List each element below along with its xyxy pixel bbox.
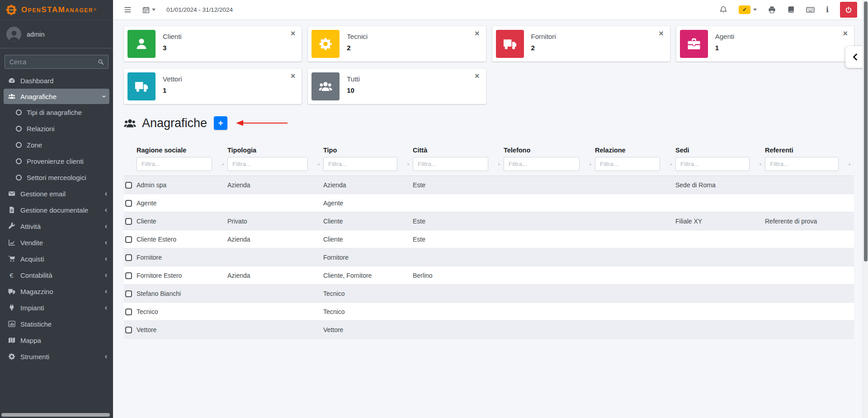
table-row-cliente-estero[interactable]: Cliente EsteroAziendaClienteEste xyxy=(124,230,854,248)
vertical-scrollbar[interactable] xyxy=(863,0,868,418)
row-checkbox[interactable] xyxy=(125,200,132,207)
sidebar-item-acquisti[interactable]: Acquisti‹ xyxy=(0,251,113,267)
sidebar-subitem-zone[interactable]: Zone xyxy=(0,137,113,153)
sidebar-item-attivita[interactable]: Attività‹ xyxy=(0,218,113,234)
column-filter xyxy=(675,157,760,171)
stat-card-vettori[interactable]: Vettori1× xyxy=(124,69,302,104)
filter-input-citta[interactable] xyxy=(413,157,488,171)
close-icon[interactable]: × xyxy=(475,29,480,38)
bell-icon[interactable] xyxy=(719,6,727,14)
row-checkbox[interactable] xyxy=(125,327,132,333)
table-row-fornitore[interactable]: FornitoreFornitore xyxy=(124,248,854,266)
row-checkbox[interactable] xyxy=(125,236,132,243)
column-header-label[interactable]: Tipologia xyxy=(227,147,319,154)
column-header-label[interactable]: Telefono xyxy=(504,147,590,154)
sort-asc-icon[interactable]: ▲ xyxy=(317,162,321,166)
filter-input-telefono[interactable] xyxy=(504,157,580,171)
info-icon[interactable]: i xyxy=(826,5,829,14)
column-header-label[interactable]: Ragione sociale xyxy=(137,147,223,154)
sidebar-item-anagrafiche[interactable]: Anagrafiche‹ xyxy=(4,89,109,104)
stat-card-tutti[interactable]: Tutti10× xyxy=(308,69,486,104)
stat-card-clienti[interactable]: Clienti3× xyxy=(124,26,302,62)
sidebar-item-gestione-email[interactable]: Gestione email‹ xyxy=(0,185,113,202)
sidebar-subitem-relazioni[interactable]: Relazioni xyxy=(0,120,113,137)
sort-asc-icon[interactable]: ▲ xyxy=(221,162,225,166)
hamburger-menu-icon[interactable] xyxy=(124,6,132,14)
sidebar-item-vendite[interactable]: Vendite‹ xyxy=(0,234,113,251)
row-checkbox[interactable] xyxy=(125,254,132,261)
keyboard-shortcuts-icon[interactable] xyxy=(806,5,815,14)
sort-asc-icon[interactable]: ▲ xyxy=(497,162,501,166)
add-record-button[interactable]: + xyxy=(214,116,227,130)
sort-asc-icon[interactable]: ▲ xyxy=(669,162,673,166)
sidebar-item-statistiche[interactable]: Statistiche xyxy=(0,316,113,332)
user-name[interactable]: admin xyxy=(27,31,45,38)
search-button[interactable] xyxy=(94,55,108,69)
filter-input-sedi[interactable] xyxy=(675,157,750,171)
column-header-label[interactable]: Referenti xyxy=(765,147,849,154)
daterange-label[interactable]: 01/01/2024 - 31/12/2024 xyxy=(166,6,233,13)
sort-asc-icon[interactable]: ▲ xyxy=(759,162,762,166)
close-icon[interactable]: × xyxy=(475,72,480,80)
navbar-left: 01/01/2024 - 31/12/2024 xyxy=(124,6,233,14)
search-input[interactable] xyxy=(5,55,94,69)
stat-card-agenti[interactable]: Agenti1× xyxy=(676,26,854,62)
sort-asc-icon[interactable]: ▲ xyxy=(406,162,410,166)
sidebar-item-impianti[interactable]: Impianti‹ xyxy=(0,299,113,316)
docs-book-icon[interactable] xyxy=(787,6,795,14)
sidebar-item-strumenti[interactable]: Strumenti‹ xyxy=(0,348,113,365)
stat-card-tecnici[interactable]: Tecnici2× xyxy=(308,26,486,62)
daterange-picker-toggle[interactable] xyxy=(142,6,156,14)
stat-card-body: Clienti3 xyxy=(163,30,182,58)
filter-input-relazione[interactable] xyxy=(595,157,660,171)
sort-asc-icon[interactable]: ▲ xyxy=(848,162,851,166)
horizontal-scrollbar[interactable] xyxy=(1,413,110,417)
vertical-scrollbar-thumb[interactable] xyxy=(864,1,868,261)
table-row-agente[interactable]: AgenteAgente xyxy=(124,194,854,212)
table-row-cliente[interactable]: ClientePrivatoClienteEsteFiliale XYRefer… xyxy=(124,212,854,230)
column-header-label[interactable]: Sedi xyxy=(675,147,760,154)
table-row-vettore[interactable]: VettoreVettore xyxy=(124,321,854,339)
filter-input-referenti[interactable] xyxy=(765,157,839,171)
row-checkbox[interactable] xyxy=(125,218,132,225)
sidebar-subitem-settori-merceologici[interactable]: Settori merceologici xyxy=(0,169,113,185)
row-checkbox[interactable] xyxy=(125,309,132,315)
row-checkbox[interactable] xyxy=(125,290,132,297)
close-icon[interactable]: × xyxy=(659,29,664,38)
status-dropdown-toggle[interactable]: ✓ xyxy=(739,5,757,14)
filter-input-ragione-sociale[interactable] xyxy=(137,157,212,171)
cell-telefono xyxy=(504,285,595,303)
sidebar-item-magazzino[interactable]: Magazzino‹ xyxy=(0,283,113,299)
table-row-stefano-bianchi[interactable]: Stefano BianchiTecnico xyxy=(124,285,854,303)
sidebar-subitem-label: Provenienze clienti xyxy=(27,157,84,165)
sidebar-item-contabilita[interactable]: €Contabilità‹ xyxy=(0,267,113,283)
chevron-left-icon: ‹ xyxy=(105,206,107,214)
stat-card-fornitori[interactable]: Fornitori2× xyxy=(492,26,670,62)
filter-input-tipo[interactable] xyxy=(323,157,397,171)
table-row-admin-spa[interactable]: Admin spaAziendaAziendaEsteSede di Roma xyxy=(124,176,854,194)
row-checkbox[interactable] xyxy=(125,182,132,189)
close-icon[interactable]: × xyxy=(843,29,848,38)
close-icon[interactable]: × xyxy=(291,29,296,38)
sidebar-item-dashboard[interactable]: Dashboard xyxy=(0,72,113,89)
row-checkbox[interactable] xyxy=(125,272,132,279)
brand[interactable]: OSM OpenSTAManager ® xyxy=(0,0,113,20)
column-header-label[interactable]: Città xyxy=(413,147,499,154)
close-icon[interactable]: × xyxy=(291,72,296,80)
sidebar-subitem-tipi-di-anagrafiche[interactable]: Tipi di anagrafiche xyxy=(0,104,113,120)
table-row-fornitore-estero[interactable]: Fornitore EsteroAziendaCliente, Fornitor… xyxy=(124,266,854,285)
column-header-label[interactable]: Relazione xyxy=(595,147,671,154)
collapse-panel-button[interactable] xyxy=(845,46,863,68)
cell-citta xyxy=(413,285,504,303)
status-badge[interactable]: ✓ xyxy=(739,5,750,14)
column-header-label[interactable]: Tipo xyxy=(323,147,408,154)
print-icon[interactable] xyxy=(768,6,776,14)
filter-input-tipologia[interactable] xyxy=(227,157,308,171)
table-row-tecnico[interactable]: TecnicoTecnico xyxy=(124,303,854,321)
sidebar-item-gestione-documentale[interactable]: Gestione documentale‹ xyxy=(0,202,113,218)
logout-power-button[interactable] xyxy=(840,2,857,18)
avatar[interactable] xyxy=(6,27,21,42)
sidebar-subitem-provenienze-clienti[interactable]: Provenienze clienti xyxy=(0,153,113,169)
sort-asc-icon[interactable]: ▲ xyxy=(589,162,592,166)
sidebar-item-mappa[interactable]: Mappa xyxy=(0,332,113,348)
